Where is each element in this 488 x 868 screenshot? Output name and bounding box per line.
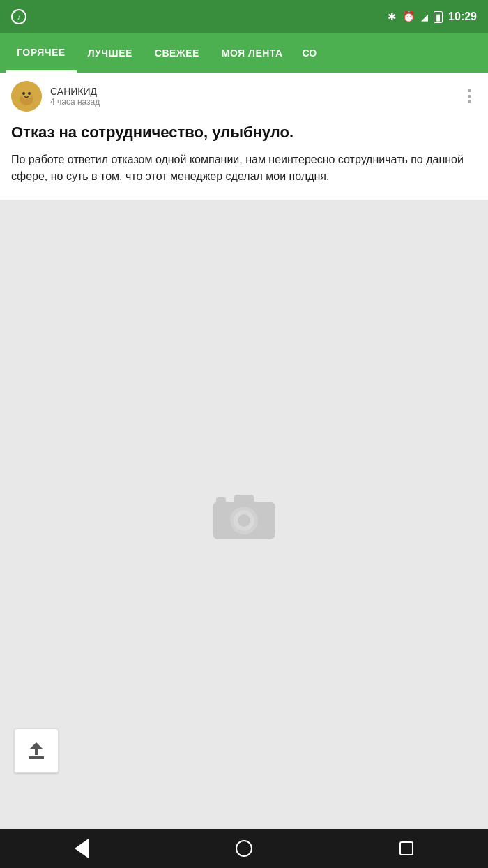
status-bar-left: ♪: [11, 9, 26, 24]
main-content: САНИКИД 4 часа назад ⋮ Отказ на сотрудни…: [0, 73, 488, 829]
music-icon: ♪: [11, 9, 26, 24]
svg-rect-12: [216, 497, 226, 504]
svg-point-6: [28, 92, 31, 95]
content-area: САНИКИД 4 часа назад ⋮ Отказ на сотрудни…: [0, 73, 488, 829]
post-header: САНИКИД 4 часа назад ⋮: [0, 73, 488, 120]
recents-icon: [399, 841, 413, 855]
camera-placeholder: [209, 486, 279, 542]
avatar[interactable]: [11, 81, 42, 112]
svg-rect-11: [234, 495, 254, 504]
nav-item-co[interactable]: СО: [294, 33, 326, 73]
back-icon: [75, 839, 89, 858]
post-meta: САНИКИД 4 часа назад: [50, 86, 100, 107]
home-button[interactable]: [223, 829, 265, 868]
status-bar-right: ✱ ⏰ ◢ ▮ 10:29: [388, 10, 477, 23]
status-time: 10:29: [448, 10, 477, 23]
svg-point-10: [238, 514, 250, 527]
post-body: По работе ответил отказом одной компании…: [0, 151, 488, 200]
image-placeholder: [0, 200, 488, 829]
avatar-image: [11, 81, 42, 112]
upload-button[interactable]: [14, 728, 59, 773]
battery-icon: ▮: [434, 11, 443, 23]
post-time: 4 часа назад: [50, 97, 100, 107]
post-header-left: САНИКИД 4 часа назад: [11, 81, 100, 112]
more-options-icon[interactable]: ⋮: [462, 89, 477, 104]
home-icon: [236, 840, 252, 857]
signal-icon: ◢: [421, 12, 428, 22]
back-button[interactable]: [61, 829, 102, 868]
svg-point-5: [22, 92, 25, 95]
nav-item-best[interactable]: ЛУЧШЕЕ: [77, 33, 144, 73]
recents-button[interactable]: [386, 829, 427, 868]
status-bar: ♪ ✱ ⏰ ◢ ▮ 10:29: [0, 0, 488, 33]
camera-icon: [209, 486, 279, 542]
nav-item-fresh[interactable]: СВЕЖЕЕ: [144, 33, 211, 73]
nav-item-hot[interactable]: ГОРЯЧЕЕ: [6, 33, 77, 73]
post-title: Отказ на сотрудничество, улыбнуло.: [0, 120, 488, 151]
upload-icon: [29, 742, 44, 759]
post-username: САНИКИД: [50, 86, 100, 97]
alarm-icon: ⏰: [402, 10, 415, 23]
bottom-nav: [0, 829, 488, 868]
nav-bar: ГОРЯЧЕЕ ЛУЧШЕЕ СВЕЖЕЕ МОЯ ЛЕНТА СО: [0, 33, 488, 73]
bluetooth-icon: ✱: [388, 10, 397, 23]
nav-item-feed[interactable]: МОЯ ЛЕНТА: [211, 33, 294, 73]
